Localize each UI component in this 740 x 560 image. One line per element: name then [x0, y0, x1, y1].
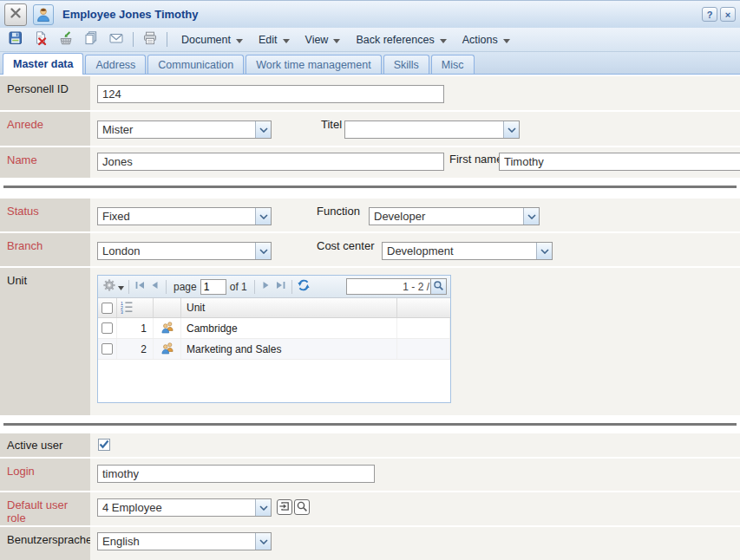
- default-user-role-value: 4 Employee: [98, 499, 255, 516]
- login-input[interactable]: [97, 465, 375, 483]
- row-number-header[interactable]: 1 2 3: [117, 298, 154, 317]
- help-button[interactable]: ?: [702, 7, 717, 22]
- unit-grid: page of 1: [97, 275, 451, 403]
- search-button[interactable]: [430, 279, 446, 294]
- tab-misc[interactable]: Misc: [431, 55, 475, 74]
- toolbar-separator: [133, 32, 134, 47]
- chevron-down-icon: [440, 34, 447, 46]
- save-button[interactable]: [5, 30, 26, 49]
- table-row[interactable]: 1 Cambridge: [98, 318, 450, 339]
- import-button[interactable]: [56, 30, 76, 49]
- mail-icon: [108, 30, 124, 49]
- row-active-user: Active user: [0, 433, 740, 457]
- icon-column-header[interactable]: [154, 298, 181, 317]
- row-checkbox[interactable]: [102, 343, 113, 355]
- close-window-button[interactable]: [4, 3, 27, 26]
- chevron-down-icon: [255, 243, 271, 259]
- first-name-input[interactable]: [499, 153, 740, 171]
- toolbar-separator: [167, 32, 167, 47]
- menu-view[interactable]: View: [298, 30, 349, 49]
- chevron-down-icon: [536, 243, 552, 259]
- first-page-button[interactable]: [133, 278, 147, 295]
- row-login: Login: [0, 459, 740, 491]
- tab-communication[interactable]: Communication: [147, 55, 244, 74]
- section-divider: [0, 178, 740, 199]
- settings-gear-icon: [102, 278, 116, 295]
- next-page-icon: [259, 279, 272, 294]
- branch-select[interactable]: London: [97, 242, 272, 260]
- row-default-user-role: Default user role 4 Employee: [0, 492, 740, 525]
- copy-icon: [83, 30, 99, 49]
- name-label: Name: [0, 147, 90, 178]
- search-magnifier-icon: [433, 280, 444, 294]
- active-user-checkbox[interactable]: [98, 439, 110, 451]
- print-icon: [142, 30, 158, 49]
- prev-page-icon: [148, 279, 161, 294]
- grid-settings-button[interactable]: [102, 277, 125, 296]
- delete-button[interactable]: [30, 30, 51, 49]
- personell-id-label: Personell ID: [0, 76, 90, 110]
- print-button[interactable]: [140, 30, 160, 49]
- grid-toolbar-separator: [166, 280, 167, 294]
- close-button[interactable]: ×: [720, 7, 736, 22]
- next-page-button[interactable]: [259, 278, 273, 295]
- name-input[interactable]: [97, 153, 444, 171]
- chevron-down-icon: [255, 208, 271, 225]
- titel-select[interactable]: [344, 120, 520, 139]
- cost-center-select[interactable]: Development: [382, 242, 553, 260]
- svg-text:3: 3: [121, 309, 123, 313]
- copy-button[interactable]: [81, 30, 102, 49]
- import-basket-icon: [58, 30, 74, 49]
- table-row[interactable]: 2 Marketing and Sales: [98, 339, 450, 360]
- menu-actions[interactable]: Actions: [455, 30, 518, 49]
- function-value: Developer: [370, 208, 523, 225]
- active-user-label: Active user: [0, 433, 90, 457]
- benutzersprache-select[interactable]: English: [97, 532, 272, 550]
- chevron-down-icon: [503, 121, 519, 138]
- last-page-button[interactable]: [273, 278, 288, 295]
- menu-document[interactable]: Document: [174, 30, 251, 49]
- anrede-value: Mister: [98, 121, 255, 138]
- menu-back-references[interactable]: Back references: [348, 30, 454, 49]
- function-select[interactable]: Developer: [369, 207, 540, 225]
- row-anrede: Anrede Mister Titel: [0, 112, 740, 146]
- select-all-checkbox[interactable]: [102, 303, 113, 314]
- grid-search-field[interactable]: 1 - 2 /: [346, 278, 447, 295]
- close-x-icon: [9, 6, 23, 23]
- row-branch: Branch London Cost center Development: [0, 233, 740, 266]
- window-title: Employee Jones Timothy: [62, 8, 199, 21]
- menu-edit[interactable]: Edit: [251, 30, 298, 49]
- chevron-down-icon: [236, 34, 243, 46]
- tab-work-time-management[interactable]: Work time management: [246, 55, 381, 74]
- function-label: Function: [317, 205, 360, 218]
- unit-column-header[interactable]: Unit: [181, 298, 397, 317]
- goto-reference-button[interactable]: [277, 499, 292, 515]
- row-number-cell: 1: [117, 318, 154, 338]
- tab-master-data[interactable]: Master data: [3, 53, 83, 75]
- chevron-down-icon: [503, 34, 510, 46]
- page-number-input[interactable]: [200, 279, 226, 295]
- personell-id-input[interactable]: [97, 85, 444, 103]
- anrede-select[interactable]: Mister: [97, 120, 272, 139]
- status-select[interactable]: Fixed: [97, 207, 272, 225]
- tab-bar: Master data Address Communication Work t…: [0, 52, 740, 75]
- default-user-role-select[interactable]: 4 Employee: [97, 498, 272, 517]
- row-range-label: 1 - 2 /: [347, 281, 430, 293]
- mail-button[interactable]: [106, 30, 127, 49]
- row-checkbox[interactable]: [102, 322, 113, 334]
- menu-label: Back references: [356, 34, 434, 46]
- menu-label: View: [305, 34, 329, 46]
- menu-label: Actions: [462, 34, 498, 46]
- cost-center-label: Cost center: [317, 239, 374, 252]
- tab-skills[interactable]: Skills: [383, 55, 429, 74]
- chevron-down-icon: [118, 280, 124, 293]
- search-role-button[interactable]: [294, 499, 310, 515]
- row-number-list-icon: 1 2 3: [120, 300, 134, 316]
- prev-page-button[interactable]: [147, 278, 162, 295]
- unit-grid-toolbar: page of 1: [98, 276, 450, 298]
- tab-address[interactable]: Address: [85, 55, 146, 74]
- employee-person-icon: [33, 4, 54, 25]
- delete-document-icon: [33, 30, 49, 49]
- refresh-button[interactable]: [296, 277, 311, 296]
- unit-grid-rows: 1 Cambridge: [98, 318, 450, 402]
